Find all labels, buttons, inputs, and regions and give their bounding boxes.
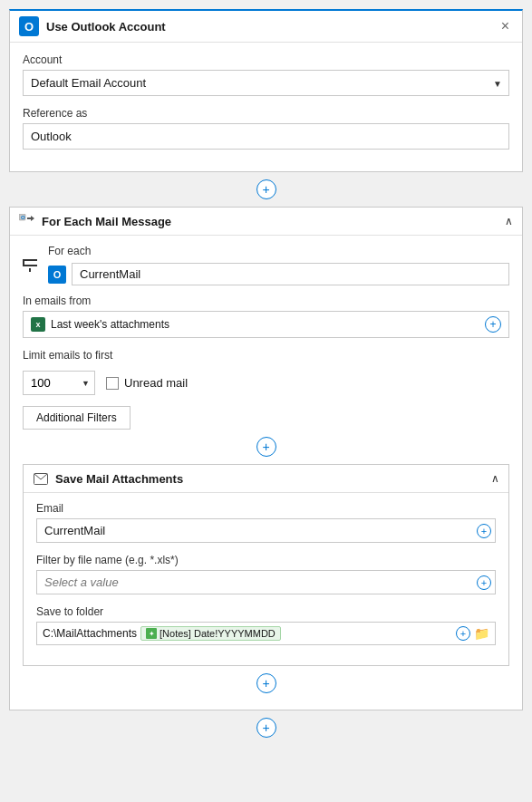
foreach-section-body: For each O In emails from x Last week's … [10, 236, 522, 710]
save-mail-icon [33, 470, 49, 487]
save-folder-label: Save to folder [36, 605, 496, 618]
notes-tag: ✦ [Notes] Date!YYYYMMDD [140, 626, 281, 641]
folder-browse-icon[interactable]: 📁 [474, 626, 489, 641]
account-select-wrapper: Default Email Account [23, 70, 509, 96]
notes-icon: ✦ [146, 628, 157, 639]
svg-text:O: O [21, 215, 25, 220]
foreach-label: For each [48, 245, 91, 257]
plus-connector-bottom[interactable]: + [9, 710, 523, 745]
foreach-icon: O [19, 213, 35, 229]
unread-label: Unread mail [124, 376, 188, 390]
folder-path: C:\MailAttachments [43, 627, 137, 640]
save-folder-group: Save to folder C:\MailAttachments ✦ [Not… [36, 605, 496, 645]
filter-filename-input[interactable] [37, 571, 473, 594]
foreach-outlook-icon: O [48, 266, 66, 284]
foreach-current-mail-input[interactable] [72, 263, 509, 285]
save-section-body: Email + Filter by file name (e.g. *.xls*… [24, 493, 508, 665]
email-input[interactable] [37, 519, 473, 542]
emails-from-row: x Last week's attachments + [23, 311, 509, 338]
card-title: Use Outlook Account [46, 20, 166, 34]
account-select[interactable]: Default Email Account [23, 70, 509, 96]
plus-connector-1[interactable]: + [9, 172, 523, 207]
plus-circle-bottom[interactable]: + [256, 718, 276, 738]
foreach-section-header: O For Each Mail Message ∧ [10, 208, 522, 236]
filter-filename-group: Filter by file name (e.g. *.xls*) + [36, 554, 496, 594]
filter-filename-label: Filter by file name (e.g. *.xls*) [36, 554, 496, 566]
emails-from-group: In emails from x Last week's attachments… [23, 295, 509, 338]
folder-icons: + 📁 [456, 626, 489, 641]
account-field-group: Account Default Email Account [23, 53, 509, 96]
filter-filename-input-wrapper: + [36, 570, 496, 594]
email-input-wrapper: + [36, 518, 496, 543]
card-body: Account Default Email Account Reference … [10, 43, 522, 171]
emails-from-value: Last week's attachments [51, 318, 479, 331]
folder-row: C:\MailAttachments ✦ [Notes] Date!YYYYMM… [36, 622, 496, 645]
unread-row: Unread mail [106, 376, 188, 390]
additional-filters-button[interactable]: Additional Filters [23, 406, 131, 430]
limit-label: Limit emails to first [23, 349, 509, 362]
limit-select-wrapper: 100 [23, 371, 95, 395]
reference-field-group: Reference as [23, 107, 509, 150]
unread-checkbox[interactable] [106, 377, 119, 390]
foreach-section-title: For Each Mail Message [42, 215, 171, 228]
filter-filename-add-button[interactable]: + [473, 572, 495, 594]
plus-circle-inner[interactable]: + [256, 437, 276, 457]
reference-label: Reference as [23, 107, 509, 120]
save-section-header: Save Mail Attachments ∧ [24, 465, 508, 493]
plus-connector-inner[interactable]: + [23, 430, 509, 464]
limit-select[interactable]: 100 [23, 371, 95, 395]
email-add-button[interactable]: + [473, 520, 495, 542]
notes-tag-text: [Notes] Date!YYYYMMDD [160, 628, 276, 639]
folder-add-icon[interactable]: + [456, 626, 470, 641]
card-header: O Use Outlook Account × [10, 11, 522, 43]
foreach-row: For each O [23, 245, 509, 285]
email-field-group: Email + [36, 502, 496, 543]
account-label: Account [23, 53, 509, 66]
plus-circle-inner-bottom[interactable]: + [256, 673, 276, 693]
emails-from-label: In emails from [23, 295, 509, 307]
emails-from-add-button[interactable]: + [485, 316, 501, 333]
filter-add-icon: + [477, 575, 491, 590]
save-collapse-button[interactable]: ∧ [491, 472, 499, 485]
foreach-collapse-button[interactable]: ∧ [505, 215, 513, 227]
use-outlook-account-card: O Use Outlook Account × Account Default … [9, 9, 523, 172]
plus-connector-inner-bottom[interactable]: + [23, 666, 509, 701]
plus-circle-1[interactable]: + [256, 179, 276, 199]
foreach-section-card: O For Each Mail Message ∧ For each [9, 207, 523, 710]
foreach-bracket [23, 259, 37, 266]
email-add-icon: + [477, 524, 491, 538]
close-button[interactable]: × [498, 17, 513, 35]
email-label: Email [36, 502, 496, 515]
limit-row: 100 Unread mail [23, 371, 509, 395]
reference-input[interactable] [23, 123, 509, 150]
save-mail-attachments-card: Save Mail Attachments ∧ Email + [23, 464, 509, 666]
outlook-icon: O [19, 16, 39, 36]
save-section-title: Save Mail Attachments [55, 472, 183, 486]
excel-icon: x [31, 317, 45, 332]
